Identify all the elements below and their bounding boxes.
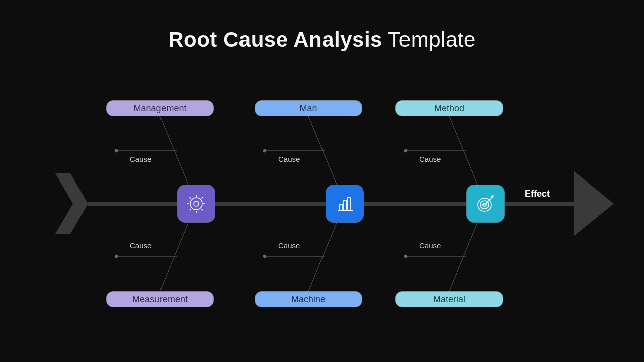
svg-point-13	[404, 149, 407, 152]
category-label: Man	[299, 103, 317, 114]
cause-label: Cause	[278, 155, 300, 163]
node-gear	[177, 185, 215, 223]
category-label: Machine	[291, 294, 326, 305]
effect-label: Effect	[525, 189, 550, 199]
category-material: Material	[395, 291, 503, 307]
category-measurement: Measurement	[106, 291, 214, 307]
category-label: Method	[434, 103, 464, 114]
svg-rect-25	[348, 198, 350, 211]
svg-point-20	[194, 201, 199, 206]
category-man: Man	[255, 100, 362, 116]
title-bold: Root Cause Analysis	[168, 28, 382, 51]
svg-point-21	[190, 198, 202, 210]
cause-label: Cause	[278, 241, 300, 250]
fishbone-ribs	[0, 0, 644, 362]
node-target	[466, 185, 505, 223]
svg-marker-1	[574, 171, 614, 236]
category-label: Material	[433, 294, 465, 305]
node-chart	[326, 185, 364, 223]
svg-point-17	[263, 255, 266, 258]
cause-label: Cause	[419, 241, 441, 250]
svg-point-9	[115, 149, 118, 152]
fish-tail	[55, 173, 96, 234]
category-management: Management	[106, 100, 214, 116]
category-label: Measurement	[132, 294, 188, 305]
svg-point-11	[263, 149, 266, 152]
gear-icon	[186, 194, 206, 214]
svg-rect-23	[340, 205, 342, 211]
svg-rect-24	[344, 201, 346, 211]
category-method: Method	[395, 100, 503, 116]
category-machine: Machine	[255, 291, 362, 307]
svg-point-15	[115, 255, 118, 258]
fish-head-arrow	[574, 171, 616, 236]
cause-label: Cause	[130, 241, 151, 250]
svg-point-19	[404, 255, 407, 258]
cause-label: Cause	[130, 155, 151, 163]
category-label: Management	[133, 103, 186, 114]
bar-chart-icon	[335, 194, 355, 214]
cause-label: Cause	[419, 155, 441, 163]
svg-marker-0	[55, 173, 88, 234]
target-icon	[475, 194, 496, 214]
page-title: Root Cause Analysis Template	[0, 28, 644, 52]
title-light: Template	[388, 28, 475, 51]
